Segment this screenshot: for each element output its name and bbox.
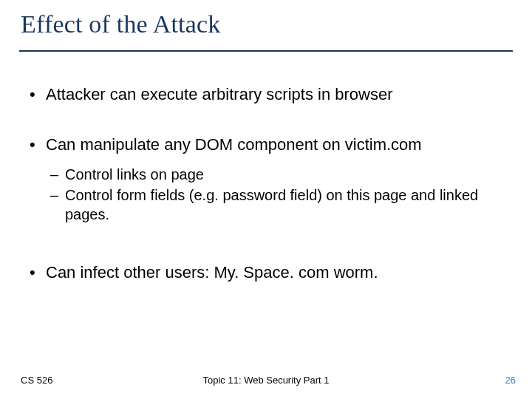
footer-center: Topic 11: Web Security Part 1 bbox=[0, 375, 532, 386]
bullet-text: Can manipulate any DOM component on vict… bbox=[46, 135, 422, 154]
sub-bullet-text: Control links on page bbox=[65, 166, 204, 183]
bullet-text: Attacker can execute arbitrary scripts i… bbox=[46, 85, 393, 103]
title-underline bbox=[19, 50, 513, 52]
sub-bullet-list: Control links on page Control form field… bbox=[46, 166, 507, 224]
bullet-text: Can infect other users: My. Space. com w… bbox=[46, 263, 378, 282]
footer-page-number: 26 bbox=[505, 375, 516, 386]
bullet-list: Attacker can execute arbitrary scripts i… bbox=[25, 84, 507, 283]
bullet-item: Can infect other users: My. Space. com w… bbox=[25, 262, 507, 283]
bullet-item: Attacker can execute arbitrary scripts i… bbox=[25, 84, 507, 105]
sub-bullet-item: Control links on page bbox=[46, 166, 507, 185]
slide-title: Effect of the Attack bbox=[0, 0, 532, 38]
slide: Effect of the Attack Attacker can execut… bbox=[0, 0, 532, 399]
sub-bullet-text: Control form fields (e.g. password field… bbox=[65, 187, 478, 222]
slide-content: Attacker can execute arbitrary scripts i… bbox=[25, 84, 507, 313]
sub-bullet-item: Control form fields (e.g. password field… bbox=[46, 186, 507, 224]
bullet-item: Can manipulate any DOM component on vict… bbox=[25, 134, 507, 224]
